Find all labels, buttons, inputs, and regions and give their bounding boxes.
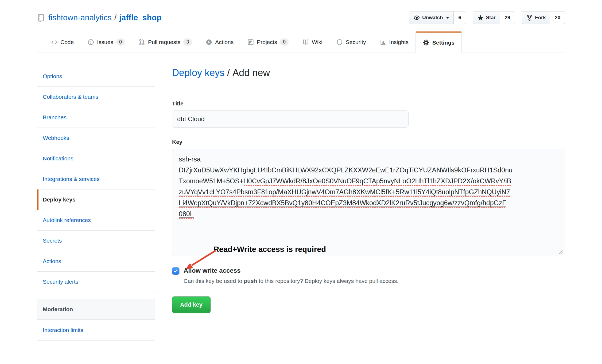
unwatch-label: Unwatch <box>422 15 443 21</box>
tab-actions-label: Actions <box>215 39 234 45</box>
add-key-button[interactable]: Add key <box>172 296 211 313</box>
forks-count[interactable]: 20 <box>550 11 565 24</box>
tab-security[interactable]: Security <box>329 31 373 53</box>
projects-icon <box>247 39 254 45</box>
repo-name-link[interactable]: jaffle_shop <box>119 13 161 22</box>
key-line: zuVYqVv1cLYO7s4Pbsm3F81op/MaXHUGjnwV4Om7… <box>179 187 558 197</box>
key-line: DtZjrXuD5UwXwYKHgbgLU4IbCmBiKHLWX92xCXQP… <box>179 165 558 176</box>
code-icon <box>51 39 57 45</box>
fork-label: Fork <box>535 15 546 21</box>
tab-issues-label: Issues <box>97 39 113 45</box>
repo-separator: / <box>114 13 116 22</box>
tab-code[interactable]: Code <box>44 31 81 53</box>
sidebar-item-interaction-limits[interactable]: Interaction limits <box>37 320 155 340</box>
sidebar-item-deploy-keys[interactable]: Deploy keys <box>37 189 155 210</box>
key-text-segment-spellcheck: 080L <box>179 208 194 219</box>
issue-icon <box>88 39 94 45</box>
tab-code-label: Code <box>60 39 74 45</box>
sidebar-item-actions[interactable]: Actions <box>37 251 155 271</box>
star-icon <box>477 15 484 21</box>
checkmark-icon <box>173 268 178 274</box>
pull-request-icon <box>139 39 145 45</box>
star-button[interactable]: Star <box>473 11 500 24</box>
textarea-resize-handle[interactable] <box>558 250 563 254</box>
deploy-keys-breadcrumb-link[interactable]: Deploy keys <box>172 67 224 78</box>
sidebar-item-collaborators-teams[interactable]: Collaborators & teams <box>37 86 155 107</box>
main-content: Deploy keys/Add new Title Key ssh-rsa Dt… <box>172 66 565 313</box>
gear-icon <box>423 39 429 46</box>
tab-pull-requests[interactable]: Pull requests 3 <box>132 31 199 53</box>
allow-write-access-note: Can this key be used to push to this rep… <box>184 278 565 284</box>
repo-action-buttons: Unwatch 6 Star 29 <box>409 11 565 24</box>
fork-button[interactable]: Fork <box>522 11 550 24</box>
star-label: Star <box>486 15 496 21</box>
key-text-segment-spellcheck: H0CvGpJ7WWkdR/8JxOe0S0VNuOF9qCTAp5nvyNLo… <box>243 176 511 187</box>
sidebar-item-options[interactable]: Options <box>37 66 155 86</box>
wiki-book-icon <box>302 39 309 45</box>
title-label: Title <box>172 100 565 107</box>
tab-wiki-label: Wiki <box>312 39 323 45</box>
repo-owner-link[interactable]: fishtown-analytics <box>48 13 112 22</box>
tab-settings-label: Settings <box>432 39 455 46</box>
breadcrumb-current: Add new <box>232 67 270 78</box>
key-text-segment: DtZjrXuD5UwXwYKHgbgLU4IbCmBiKHLWX92xCXQP… <box>179 165 512 176</box>
tab-actions[interactable]: Actions <box>199 31 240 53</box>
note-prefix: Can this key be used to <box>184 278 244 284</box>
projects-count-badge: 0 <box>280 38 289 46</box>
issues-count-badge: 0 <box>116 38 125 46</box>
repo-book-icon <box>37 14 45 22</box>
repo-tab-bar: Code Issues 0 <box>37 31 565 53</box>
moderation-box: Moderation Interaction limits <box>37 299 155 341</box>
sidebar-item-security-alerts[interactable]: Security alerts <box>37 271 155 292</box>
fork-icon <box>526 15 533 21</box>
sidebar-item-notifications[interactable]: Notifications <box>37 148 155 169</box>
watchers-count[interactable]: 6 <box>454 11 466 24</box>
unwatch-button[interactable]: Unwatch <box>409 11 454 24</box>
tab-security-label: Security <box>346 39 366 45</box>
tab-issues[interactable]: Issues 0 <box>81 31 132 53</box>
tab-insights-label: Insights <box>389 39 409 45</box>
key-text-segment-spellcheck: Li4WepXtQuY/VkDjpn+72XcwdBX5BvQ1y80H4COE… <box>179 197 506 208</box>
sidebar-item-secrets[interactable]: Secrets <box>37 230 155 251</box>
key-text-segment: ssh-rsa <box>179 154 201 165</box>
sidebar-item-branches[interactable]: Branches <box>37 107 155 128</box>
fork-button-group: Fork 20 <box>522 11 565 24</box>
key-text-segment-spellcheck: zuVYqVv1cLYO7s4Pbsm3F81op/MaXHUGjnwV4Om7… <box>179 187 510 197</box>
key-line: Li4WepXtQuY/VkDjpn+72XcwdBX5BvQ1y80H4COE… <box>179 197 558 208</box>
key-line: 080L <box>179 208 558 219</box>
actions-icon <box>206 39 212 45</box>
shield-icon <box>336 39 343 45</box>
breadcrumb-separator: / <box>227 67 230 78</box>
title-input[interactable] <box>172 110 409 128</box>
key-line: ssh-rsa <box>179 154 558 165</box>
key-textarea[interactable]: ssh-rsa DtZjrXuD5UwXwYKHgbgLU4IbCmBiKHLW… <box>172 149 565 256</box>
tab-projects[interactable]: Projects 0 <box>240 31 296 53</box>
tab-pull-requests-label: Pull requests <box>148 39 180 45</box>
chevron-down-icon <box>446 17 449 19</box>
key-label: Key <box>172 139 565 145</box>
insights-graph-icon <box>380 39 386 45</box>
page-title: Deploy keys/Add new <box>172 67 565 78</box>
allow-write-access-checkbox[interactable] <box>172 267 179 275</box>
tab-insights[interactable]: Insights <box>373 31 415 53</box>
settings-sidebar: Options Collaborators & teams Branches W… <box>37 66 155 341</box>
tab-wiki[interactable]: Wiki <box>296 31 329 53</box>
repo-breadcrumb: fishtown-analytics / jaffle_shop <box>37 13 161 22</box>
moderation-header: Moderation <box>37 299 155 320</box>
note-suffix: to this repository? Deploy keys always h… <box>257 278 398 284</box>
stars-count[interactable]: 29 <box>500 11 515 24</box>
note-push-word: push <box>244 278 257 284</box>
pull-requests-count-badge: 3 <box>183 38 192 46</box>
star-button-group: Star 29 <box>473 11 515 24</box>
repo-header: fishtown-analytics / jaffle_shop Unwatch… <box>37 0 565 24</box>
key-line: TxomoeW51M+5OS+H0CvGpJ7WWkdR/8JxOe0S0VNu… <box>179 176 558 187</box>
watch-button-group: Unwatch 6 <box>409 11 466 24</box>
tab-projects-label: Projects <box>257 39 277 45</box>
key-text-segment: TxomoeW51M+5OS+ <box>179 176 243 187</box>
tab-settings[interactable]: Settings <box>415 31 462 53</box>
eye-icon <box>414 15 420 21</box>
sidebar-item-integrations-services[interactable]: Integrations & services <box>37 169 155 189</box>
sidebar-item-autolink-references[interactable]: Autolink references <box>37 210 155 230</box>
sidebar-item-webhooks[interactable]: Webhooks <box>37 128 155 148</box>
allow-write-access-label[interactable]: Allow write access <box>184 267 240 274</box>
